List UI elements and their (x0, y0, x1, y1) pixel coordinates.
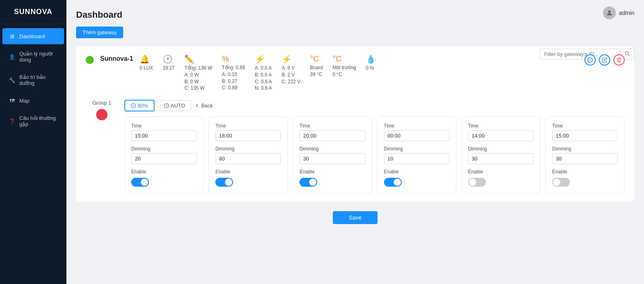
wrench-icon: 🔧 (9, 77, 15, 83)
dimming-label-3: Dimming (384, 146, 450, 152)
svg-point-1 (625, 51, 628, 55)
dimming-label-2: Dimming (299, 146, 365, 152)
env-temp-value: Môi trường 0 °C (332, 64, 356, 78)
sidebar-navigation: ⊞ Dashboard 👤 Quản lý người dùng 🔧 Bảo t… (0, 24, 66, 133)
clock-icon: 🕐 (163, 54, 173, 64)
time-field-0: Time (131, 123, 197, 141)
question-icon: ❓ (9, 118, 15, 124)
sidebar-item-label: Dashboard (19, 33, 45, 39)
enable-toggle-1[interactable] (215, 178, 233, 187)
enable-label-4: Enable (468, 169, 534, 175)
sidebar-item-label: Câu hỏi thường gặp (19, 115, 58, 127)
auto-button[interactable]: AUTO (158, 100, 191, 111)
sidebar-item-maintenance[interactable]: 🔧 Bảo trì bảo dưỡng (2, 69, 64, 91)
dimming-input-0[interactable] (131, 153, 197, 164)
schedule-card-2: Time Dimming Enable (293, 116, 372, 193)
time-input-2[interactable] (299, 130, 365, 141)
topbar: admin (603, 6, 634, 19)
sidebar-logo: SUNNOVA (0, 0, 66, 24)
enable-field-1: Enable (215, 169, 281, 187)
avatar (603, 6, 616, 19)
metric-board-temp: °C Board 39 °C (310, 54, 323, 78)
schedule-card-5: Time Dimming Enable (545, 116, 625, 193)
dimming-field-3: Dimming (384, 146, 450, 164)
map-icon: 🗺 (9, 97, 15, 104)
metric-pf: % Tổng: 0.88 A: 0.15 B: 0.27 C: 0.89 (222, 54, 245, 91)
page-title: Dashboard (76, 10, 634, 20)
time-value: 19:27 (163, 65, 175, 72)
humidity-icon: 💧 (366, 54, 376, 64)
dimming-input-4[interactable] (468, 153, 534, 164)
sidebar-item-faq[interactable]: ❓ Câu hỏi thường gặp (2, 110, 64, 132)
time-input-3[interactable] (384, 130, 450, 141)
enable-toggle-0[interactable] (131, 178, 149, 187)
group-section: Group 1 80% AUTO Back (86, 100, 625, 193)
group-label: Group 1 (93, 100, 111, 106)
metric-current: ⚡ A: 0.0 A B: 0.0 A C: 0.6 A N: 0.6 A (255, 54, 272, 92)
admin-label: admin (619, 10, 634, 16)
time-field-3: Time (384, 123, 450, 141)
time-input-1[interactable] (215, 130, 281, 141)
time-label-0: Time (131, 123, 197, 129)
dimming-field-5: Dimming (552, 146, 618, 164)
pf-value: Tổng: 0.88 A: 0.15 B: 0.27 C: 0.89 (222, 64, 245, 91)
time-label-4: Time (468, 123, 534, 129)
gateway-edit-button[interactable] (599, 54, 610, 66)
dimming-input-2[interactable] (299, 153, 365, 164)
lux-icon: 🔔 (140, 54, 150, 64)
enable-label-2: Enable (299, 169, 365, 175)
gateway-status-dot (86, 56, 94, 64)
voltage-value: A: 8 V B: 2 V C: 222 V (282, 65, 301, 85)
sidebar-item-user-management[interactable]: 👤 Quản lý người dùng (2, 46, 64, 68)
enable-field-5: Enable (552, 169, 618, 187)
dimming-input-5[interactable] (552, 153, 618, 164)
sidebar: SUNNOVA ⊞ Dashboard 👤 Quản lý người dùng… (0, 0, 66, 284)
time-input-0[interactable] (131, 130, 197, 141)
sidebar-item-map[interactable]: 🗺 Map (2, 93, 64, 109)
save-wrap: Save (76, 211, 634, 224)
user-icon: 👤 (9, 54, 15, 60)
enable-field-2: Enable (299, 169, 365, 187)
gateway-up-button[interactable] (584, 54, 596, 66)
power-value: Tổng: 136 W A: 0 W B: 0 W C: 135 W (184, 65, 212, 92)
dashboard-icon: ⊞ (9, 33, 15, 39)
svg-point-0 (608, 10, 611, 13)
enable-field-3: Enable (384, 169, 450, 187)
time-input-5[interactable] (552, 130, 618, 141)
dimming-label-5: Dimming (552, 146, 618, 152)
time-label-1: Time (215, 123, 281, 129)
metric-env-temp: °C Môi trường 0 °C (332, 54, 356, 78)
time-field-2: Time (299, 123, 365, 141)
enable-field-0: Enable (131, 169, 197, 187)
gateway-delete-button[interactable] (613, 54, 625, 66)
dimming-input-1[interactable] (215, 153, 281, 164)
dimming-field-2: Dimming (299, 146, 365, 164)
metric-lux: 🔔 0 LUX (140, 54, 153, 72)
sidebar-item-label: Bảo trì bảo dưỡng (19, 74, 58, 86)
back-button[interactable]: Back (194, 103, 213, 109)
time-field-4: Time (468, 123, 534, 141)
dimming-field-4: Dimming (468, 146, 534, 164)
group-left: Group 1 (86, 100, 118, 193)
save-button[interactable]: Save (333, 211, 378, 224)
enable-toggle-2[interactable] (299, 178, 317, 187)
enable-toggle-4[interactable] (468, 178, 486, 187)
dimming-label-0: Dimming (131, 146, 197, 152)
time-label-3: Time (384, 123, 450, 129)
time-input-4[interactable] (468, 130, 534, 141)
gateway-card: Sunnova-1 🔔 0 LUX 🕐 19:27 ✏️ Tổng: 136 W (76, 46, 634, 202)
enable-toggle-3[interactable] (384, 178, 402, 187)
sidebar-item-dashboard[interactable]: ⊞ Dashboard (2, 28, 64, 44)
enable-toggle-5[interactable] (552, 178, 570, 187)
gateway-metrics: 🔔 0 LUX 🕐 19:27 ✏️ Tổng: 136 W A: 0 W B:… (140, 54, 376, 92)
add-gateway-button[interactable]: Thêm gateway (76, 27, 123, 38)
schedule-cards: Time Dimming Enable Time Dimming (124, 116, 625, 193)
gateway-actions (584, 54, 625, 66)
env-temp-icon: °C (332, 54, 341, 64)
percent-button[interactable]: 80% (124, 100, 155, 111)
enable-label-5: Enable (552, 169, 618, 175)
group-top-bar: 80% AUTO Back (124, 100, 625, 111)
enable-label-0: Enable (131, 169, 197, 175)
group-light-dot (96, 109, 107, 120)
dimming-input-3[interactable] (384, 153, 450, 164)
